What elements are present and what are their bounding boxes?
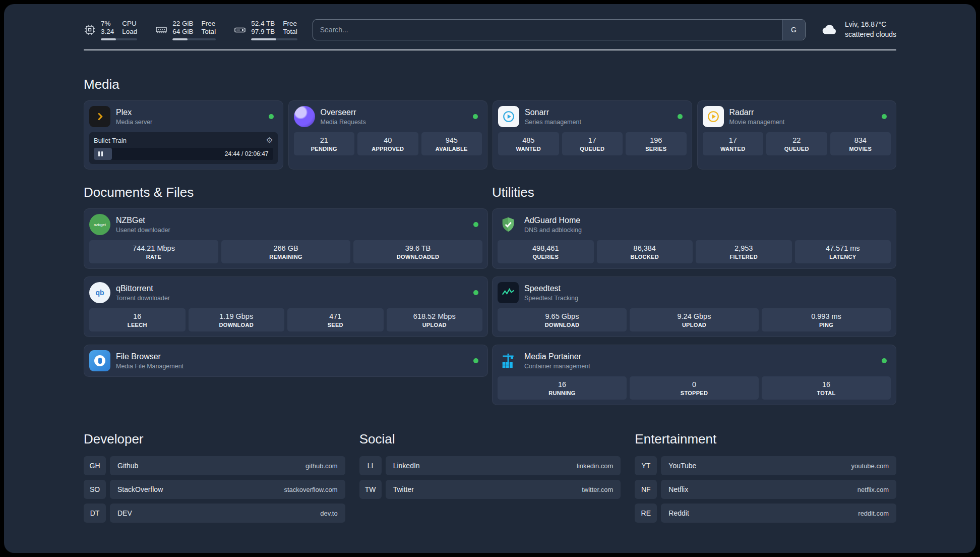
stats-row: 21PENDING 40APPROVED 945AVAILABLE [294, 132, 482, 155]
cpu-load-value: 3.24 [101, 28, 114, 35]
search-bar: G [313, 19, 806, 40]
app-desc: Usenet downloader [116, 227, 468, 234]
app-name: Overseerr [321, 108, 468, 117]
playback-time: 24:44 / 02:06:47 [225, 150, 269, 157]
track-title: Bullet Train [94, 137, 127, 144]
ram-progress-bar [172, 38, 216, 40]
stat-tile: 16TOTAL [762, 376, 891, 400]
bookmark-url: reddit.com [858, 510, 889, 517]
system-metrics: 7% CPU 3.24 Load 22 GiB [84, 20, 297, 40]
bookmark-netflix[interactable]: NF Netflix netflix.com [635, 480, 896, 499]
disk-free-value: 52.4 TB [251, 20, 275, 27]
topbar-divider [84, 49, 896, 50]
bookmark-name: Github [117, 462, 138, 470]
stats-row: 16RUNNING 0STOPPED 16TOTAL [498, 376, 891, 400]
app-name: Sonarr [525, 108, 672, 117]
weather-widget[interactable]: Lviv, 16.87°C scattered clouds [821, 20, 896, 39]
app-card-portainer[interactable]: Media Portainer Container management 16R… [492, 345, 896, 405]
app-name: Plex [116, 108, 263, 117]
playback-progress-bar[interactable]: 24:44 / 02:06:47 [94, 148, 273, 160]
cpu-load-label: Load [122, 28, 137, 35]
app-name: NZBGet [116, 216, 468, 225]
app-card-qbittorrent[interactable]: qb qBittorrent Torrent downloader 16LEEC… [84, 276, 488, 337]
pause-icon[interactable] [98, 151, 103, 156]
cpu-progress-bar [101, 38, 137, 40]
bookmark-github[interactable]: GH Github github.com [84, 456, 345, 475]
stat-tile: 9.24 GbpsUPLOAD [630, 308, 759, 331]
card-header: Sonarr Series management [498, 106, 687, 127]
stat-tile: 0STOPPED [630, 376, 759, 400]
section-title-documents: Documents & Files [84, 185, 488, 200]
bookmark-name: Netflix [668, 485, 688, 493]
app-desc: Container management [524, 363, 876, 370]
ram-icon [155, 24, 167, 36]
search-engine-button[interactable]: G [782, 20, 805, 40]
speedtest-icon [498, 282, 519, 303]
bookmark-twitter[interactable]: TW Twitter twitter.com [359, 480, 621, 499]
cpu-label: CPU [122, 20, 137, 27]
plex-now-playing: Bullet Train ⚙ 24:44 / 02:06:47 [89, 132, 278, 164]
app-card-adguard[interactable]: AdGuard Home DNS and adblocking 498,461Q… [492, 208, 896, 269]
app-name: Speedtest [524, 284, 891, 293]
stat-tile: 196SERIES [626, 132, 687, 155]
status-dot [269, 114, 274, 119]
app-name: Media Portainer [524, 352, 876, 361]
app-name: AdGuard Home [524, 216, 891, 225]
app-name: qBittorrent [116, 284, 468, 293]
app-card-overseerr[interactable]: Overseerr Media Requests 21PENDING 40APP… [288, 100, 488, 170]
disk-progress-bar [251, 38, 297, 40]
stat-tile: 22QUEUED [766, 132, 827, 155]
stats-row: 744.21 MbpsRATE 266 GBREMAINING 39.6 TBD… [89, 240, 482, 263]
app-desc: Media File Management [116, 363, 468, 370]
section-title-social: Social [359, 431, 621, 447]
app-card-nzbget[interactable]: nzbget NZBGet Usenet downloader 744.21 M… [84, 208, 488, 269]
bookmark-linkedin[interactable]: LI LinkedIn linkedin.com [359, 456, 621, 475]
bookmark-name: YouTube [668, 462, 696, 470]
stat-tile: 618.52 MbpsUPLOAD [387, 308, 483, 331]
bookmark-abbr: YT [635, 456, 657, 475]
bookmark-url: youtube.com [851, 462, 889, 470]
status-dot [473, 222, 478, 227]
card-header: nzbget NZBGet Usenet downloader [89, 214, 482, 235]
disk-free-label: Free [283, 20, 297, 27]
status-dot [678, 114, 683, 119]
app-desc: Speedtest Tracking [524, 295, 891, 302]
stat-tile: 834MOVIES [830, 132, 891, 155]
bookmark-youtube[interactable]: YT YouTube youtube.com [635, 456, 896, 475]
section-title-utilities: Utilities [492, 185, 896, 200]
bookmark-stackoverflow[interactable]: SO StackOverflow stackoverflow.com [84, 480, 345, 499]
media-cards: Plex Media server Bullet Train ⚙ 24:44 /… [84, 100, 896, 170]
bookmark-url: netflix.com [858, 486, 889, 493]
bookmark-name: StackOverflow [117, 485, 163, 493]
ram-total-value: 64 GiB [172, 28, 193, 35]
search-input[interactable] [313, 20, 782, 40]
app-desc: DNS and adblocking [524, 227, 891, 234]
card-header: Overseerr Media Requests [294, 106, 482, 127]
bookmark-reddit[interactable]: RE Reddit reddit.com [635, 504, 896, 523]
card-header: Plex Media server [89, 106, 278, 127]
plex-icon [89, 106, 110, 127]
app-card-plex[interactable]: Plex Media server Bullet Train ⚙ 24:44 /… [84, 100, 283, 170]
stat-tile: 39.6 TBDOWNLOADED [353, 240, 482, 263]
stat-tile: 266 GBREMAINING [221, 240, 350, 263]
radarr-icon [703, 106, 724, 127]
stat-tile: 47.571 msLATENCY [795, 240, 891, 263]
app-desc: Media Requests [321, 119, 468, 126]
bookmark-dev[interactable]: DT DEV dev.to [84, 504, 345, 523]
status-dot [882, 114, 887, 119]
app-card-sonarr[interactable]: Sonarr Series management 485WANTED 17QUE… [493, 100, 692, 170]
card-header: Speedtest Speedtest Tracking [498, 282, 891, 303]
filebrowser-icon [89, 350, 110, 371]
bookmark-abbr: NF [635, 480, 657, 499]
stats-row: 485WANTED 17QUEUED 196SERIES [498, 132, 687, 155]
disk-metric: 52.4 TB Free 97.9 TB Total [234, 20, 297, 40]
disk-total-value: 97.9 TB [251, 28, 275, 35]
app-card-filebrowser[interactable]: File Browser Media File Management [84, 345, 488, 377]
app-card-radarr[interactable]: Radarr Movie management 17WANTED 22QUEUE… [697, 100, 897, 170]
cpu-icon [84, 24, 96, 36]
bookmark-url: twitter.com [582, 486, 613, 493]
stats-row: 16LEECH 1.19 GbpsDOWNLOAD 471SEED 618.52… [89, 308, 482, 331]
stat-tile: 16RUNNING [498, 376, 627, 400]
settings-gear-icon[interactable]: ⚙ [266, 136, 273, 145]
app-card-speedtest[interactable]: Speedtest Speedtest Tracking 9.65 GbpsDO… [492, 276, 896, 337]
